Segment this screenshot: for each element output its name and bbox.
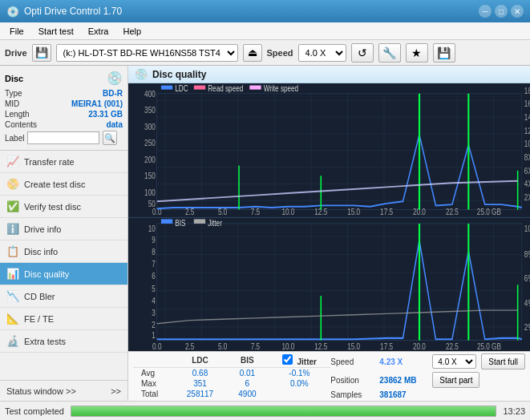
avg-label: Avg [133,368,174,379]
drive-bar: Drive 💾 (k:) HL-DT-ST BD-RE WH16NS58 TST… [0,40,530,66]
drive-select[interactable]: (k:) HL-DT-ST BD-RE WH16NS58 TST4 [56,44,238,62]
app-icon: 💿 [6,6,19,18]
drive-info-icon: ℹ️ [6,223,19,235]
drive-label: Drive [5,48,27,58]
svg-text:9: 9 [152,234,156,244]
nav-disc-info[interactable]: 📋 Disc info [0,240,127,263]
samples-row: Samples 381687 [330,390,525,399]
svg-text:250: 250 [144,139,156,147]
col-jitter-check: Jitter [268,353,330,368]
stats-table: LDC BIS Jitter Avg 0.68 0.01 [133,353,330,399]
svg-text:15.0: 15.0 [347,208,360,216]
bis-chart: 10 9 8 7 6 5 4 3 2 1 10% 8% 6% 4% 2% [128,218,530,352]
disc-info-icon: 📋 [6,245,19,257]
total-bis: 4900 [226,389,268,399]
total-jitter [268,389,330,399]
menu-extra[interactable]: Extra [82,25,115,38]
status-text: Test completed [5,406,64,416]
maximize-button[interactable]: □ [495,5,508,18]
label-input[interactable] [27,131,99,144]
nav-create-test-disc-label: Create test disc [24,180,85,189]
disc-icon: 💿 [107,71,123,86]
jitter-checkbox[interactable] [282,354,293,365]
star-button[interactable]: ★ [406,43,428,63]
start-part-button[interactable]: Start part [432,372,479,388]
position-row: Position 23862 MB Start part [330,372,525,388]
progress-bar-container [71,406,496,417]
nav-transfer-rate-label: Transfer rate [24,157,75,167]
status-window-arrows: >> [111,386,121,396]
svg-text:Read speed: Read speed [208,84,243,93]
contents-value: data [106,120,123,129]
svg-text:17.5: 17.5 [380,208,393,216]
menu-help[interactable]: Help [116,25,148,38]
stats-speed-select[interactable]: 4.0 X [432,354,476,369]
nav-create-test-disc[interactable]: 📀 Create test disc [0,173,127,196]
progress-bar-fill [71,406,496,416]
position-label: Position [330,376,374,385]
disc-panel-header: Disc 💿 [5,71,123,86]
sidebar: Disc 💿 Type BD-R MID MEIRA1 (001) Length… [0,66,128,401]
close-button[interactable]: ✕ [511,5,524,18]
svg-text:4%: 4% [524,297,530,308]
stats-area: LDC BIS Jitter Avg 0.68 0.01 [128,351,530,401]
status-time: 13:23 [503,406,525,416]
settings-button[interactable]: 🔧 [378,43,401,63]
nav-drive-info[interactable]: ℹ️ Drive info [0,218,127,240]
svg-text:10X: 10X [524,140,530,149]
svg-rect-35 [161,86,172,90]
max-label: Max [133,378,174,389]
menu-file[interactable]: File [3,25,30,38]
refresh-button[interactable]: ↺ [351,43,374,63]
nav-cd-bler[interactable]: 📉 CD Bler [0,285,127,308]
nav-extra-tests[interactable]: 🔬 Extra tests [0,330,127,353]
avg-bis: 0.01 [226,368,268,379]
svg-text:7.5: 7.5 [251,208,260,216]
nav-fe-te[interactable]: 📐 FE / TE [0,308,127,330]
stats-left: LDC BIS Jitter Avg 0.68 0.01 [133,353,330,399]
nav-extra-tests-label: Extra tests [24,337,66,346]
disc-contents-row: Contents data [5,120,123,129]
svg-text:4: 4 [152,295,156,305]
drive-icon: 💾 [32,44,51,62]
label-search-button[interactable]: 🔍 [103,131,117,145]
save-button[interactable]: 💾 [433,43,455,63]
start-full-button[interactable]: Start full [481,353,525,370]
svg-text:16X: 16X [524,100,530,109]
svg-text:8: 8 [152,246,156,256]
nav-verify-test-disc[interactable]: ✅ Verify test disc [0,196,127,218]
menu-start-test[interactable]: Start test [32,25,80,38]
speed-value-stat: 4.23 X [379,357,427,366]
nav-transfer-rate[interactable]: 📈 Transfer rate [0,151,127,173]
mid-label: MID [5,99,19,108]
samples-label: Samples [330,390,374,399]
create-test-disc-icon: 📀 [6,178,19,190]
menu-bar: File Start test Extra Help [0,22,530,40]
svg-text:1: 1 [152,329,156,340]
svg-text:Write speed: Write speed [264,84,298,93]
minimize-button[interactable]: ─ [479,5,492,18]
disc-panel: Disc 💿 Type BD-R MID MEIRA1 (001) Length… [0,66,127,151]
speed-select[interactable]: 4.0 X [298,44,346,62]
type-value: BD-R [103,89,123,98]
ldc-chart: 400 350 300 250 200 150 100 50 18X 16X 1… [128,83,530,217]
main-content: Disc 💿 Type BD-R MID MEIRA1 (001) Length… [0,66,530,401]
disc-panel-title: Disc [5,74,23,83]
title-controls: ─ □ ✕ [479,5,524,18]
nav-disc-quality-label: Disc quality [24,269,69,279]
total-label: Total [133,389,174,399]
nav-items: 📈 Transfer rate 📀 Create test disc ✅ Ver… [0,151,127,380]
app-title: Opti Drive Control 1.70 [24,6,122,17]
status-bar: Test completed 13:23 [0,401,530,420]
svg-text:0.0: 0.0 [152,341,162,351]
svg-rect-37 [194,86,205,90]
svg-text:350: 350 [144,106,156,115]
eject-button[interactable]: ⏏ [243,44,262,62]
nav-disc-quality[interactable]: 📊 Disc quality [0,263,127,285]
svg-text:2.5: 2.5 [185,208,194,216]
svg-text:10.0: 10.0 [281,208,294,216]
status-window-button[interactable]: Status window >> >> [0,380,127,401]
disc-quality-header-icon: 💿 [135,68,148,80]
disc-quality-title: Disc quality [152,69,206,80]
svg-text:20.0: 20.0 [413,341,426,351]
